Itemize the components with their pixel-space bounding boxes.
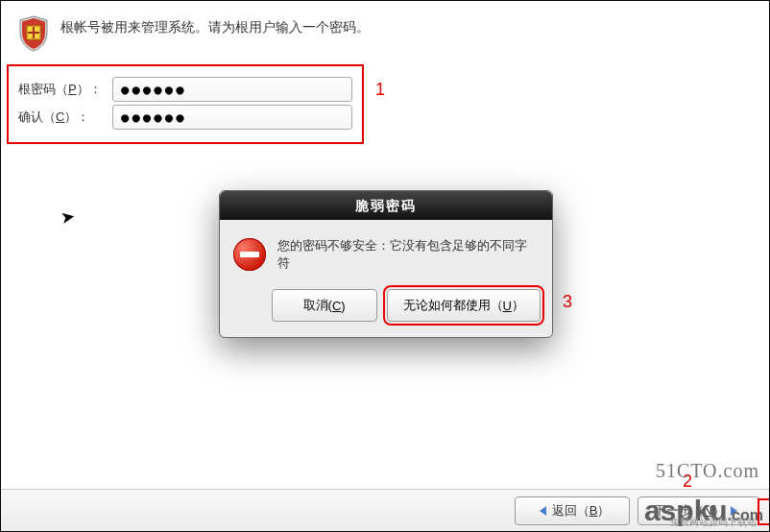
password-input[interactable] <box>112 77 352 102</box>
page-header: 根帐号被用来管理系统。请为根用户输入一个密码。 <box>1 1 769 55</box>
weak-password-dialog: 脆弱密码 您的密码不够安全：它没有包含足够的不同字符 取消(C) 无论如何都使用… <box>219 190 553 338</box>
watermark-aspku-sub: 免费网站源码下载站! <box>670 516 759 529</box>
error-icon <box>233 238 266 271</box>
dialog-title: 脆弱密码 <box>220 191 552 220</box>
annotation-3: 3 <box>563 292 572 312</box>
header-instruction: 根帐号被用来管理系统。请为根用户输入一个密码。 <box>60 15 370 36</box>
back-button[interactable]: 返回（B） <box>515 496 630 525</box>
use-anyway-button[interactable]: 无论如何都使用（U） <box>387 289 541 322</box>
annotation-box-fragment <box>758 498 769 525</box>
password-label: 根密码（P）： <box>18 81 112 98</box>
arrow-left-icon <box>540 506 546 516</box>
cursor-icon: ➤ <box>59 206 77 229</box>
watermark-51cto: 51CTO.com <box>656 460 759 482</box>
confirm-label: 确认（C）： <box>18 109 112 126</box>
shield-icon <box>18 15 60 55</box>
password-form-highlight: 根密码（P）： 确认（C）： <box>7 64 364 144</box>
confirm-input[interactable] <box>112 105 352 130</box>
cancel-button[interactable]: 取消(C) <box>272 289 377 322</box>
annotation-1: 1 <box>375 80 385 100</box>
dialog-message: 您的密码不够安全：它没有包含足够的不同字符 <box>277 237 539 272</box>
